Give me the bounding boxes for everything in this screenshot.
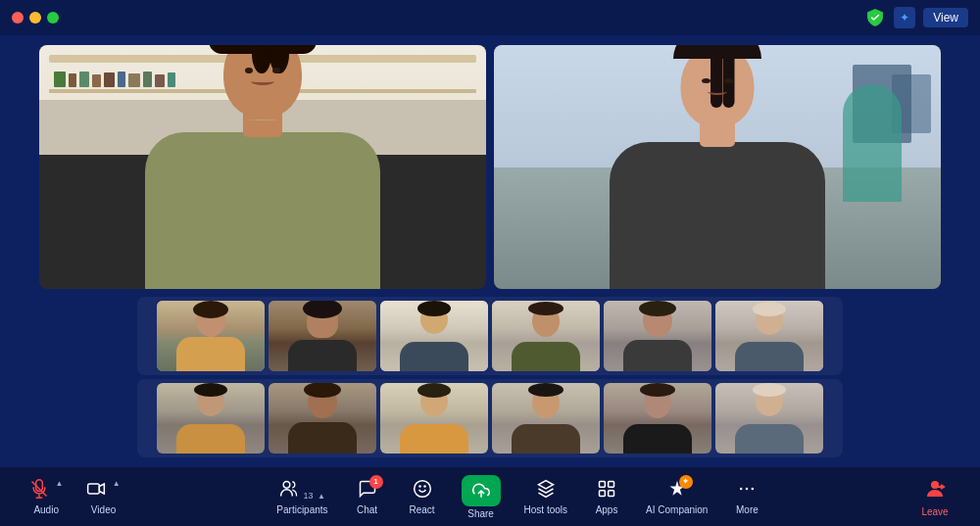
react-label: React <box>410 504 435 515</box>
participants-count: 13 <box>303 491 313 501</box>
apps-label: Apps <box>596 504 618 515</box>
participants-button[interactable]: 13 ▲ Participants <box>267 475 337 519</box>
host-tools-label: Host tools <box>524 504 567 515</box>
more-label: More <box>736 504 759 515</box>
video-label: Video <box>91 504 116 515</box>
apps-icon-wrapper <box>597 479 616 502</box>
toolbar-center: 13 ▲ Participants 1 Chat <box>130 471 909 523</box>
participant-thumb-6 <box>715 301 823 371</box>
participant-thumb-11 <box>604 383 711 454</box>
toolbar-right: Leave <box>909 473 960 521</box>
video-icon <box>86 479 106 499</box>
security-icon <box>864 7 886 28</box>
window-controls <box>12 12 59 24</box>
audio-button[interactable]: ▲ Audio <box>20 475 73 519</box>
audio-chevron: ▲ <box>55 479 63 488</box>
ai-companion-label: AI Companion <box>646 504 708 515</box>
main-video-participant-2 <box>494 45 941 289</box>
mute-icon <box>29 479 49 499</box>
leave-label: Leave <box>921 506 948 517</box>
react-icon <box>413 479 432 499</box>
svg-rect-3 <box>88 484 100 494</box>
share-label: Share <box>467 508 494 519</box>
svg-point-16 <box>752 487 755 490</box>
main-content <box>0 35 980 467</box>
participant-strip-container <box>137 297 843 457</box>
main-video-participant-1 <box>39 45 486 289</box>
more-icon-wrapper <box>737 479 757 502</box>
svg-point-14 <box>740 487 743 490</box>
svg-point-15 <box>746 487 749 490</box>
minimize-button[interactable] <box>29 12 41 24</box>
apps-icon <box>597 479 616 499</box>
react-button[interactable]: React <box>397 475 448 519</box>
share-icon-wrapper <box>462 475 501 506</box>
toolbar-left: ▲ Audio ▲ Video <box>20 475 130 519</box>
chat-badge: 1 <box>369 475 383 489</box>
host-tools-icon <box>536 479 556 499</box>
participant-strip-row-2 <box>137 379 843 457</box>
svg-marker-4 <box>100 484 105 494</box>
chat-button[interactable]: 1 Chat <box>342 475 393 519</box>
main-video-row <box>39 45 941 289</box>
svg-rect-11 <box>609 481 614 487</box>
ai-companion-icon-wrapper: ✦ <box>667 479 687 502</box>
participants-icon <box>279 479 299 499</box>
svg-rect-12 <box>600 490 606 496</box>
svg-rect-13 <box>609 490 614 496</box>
participant-thumb-7 <box>157 383 265 454</box>
share-button[interactable]: Share <box>452 471 511 523</box>
host-tools-button[interactable]: Host tools <box>514 475 577 519</box>
chat-icon-wrapper: 1 <box>358 479 377 502</box>
participant-thumb-2 <box>269 301 376 371</box>
maximize-button[interactable] <box>47 12 59 24</box>
participant-thumb-5 <box>604 301 711 371</box>
audio-label: Audio <box>33 504 59 515</box>
ai-companion-button[interactable]: ✦ AI Companion <box>636 475 717 519</box>
title-bar: ✦ View <box>0 0 980 35</box>
participant-thumb-1 <box>157 301 265 371</box>
audio-icon-wrapper: ▲ <box>29 479 63 502</box>
chat-label: Chat <box>357 504 377 515</box>
participant-thumb-4 <box>492 301 600 371</box>
participant-strip-row-1 <box>137 297 843 375</box>
toolbar: ▲ Audio ▲ Video <box>0 467 980 526</box>
title-bar-right: ✦ View <box>864 7 968 28</box>
react-icon-wrapper <box>413 479 432 502</box>
share-icon <box>472 482 490 500</box>
more-button[interactable]: More <box>721 475 772 519</box>
apps-button[interactable]: Apps <box>581 475 632 519</box>
svg-point-6 <box>414 480 430 497</box>
participant-thumb-3 <box>380 301 488 371</box>
participants-label: Participants <box>276 504 327 515</box>
leave-icon <box>923 477 947 501</box>
video-chevron: ▲ <box>113 479 121 488</box>
participant-thumb-12 <box>715 383 823 454</box>
participant-thumb-10 <box>492 383 600 454</box>
more-icon <box>737 479 757 499</box>
sparkle-icon[interactable]: ✦ <box>894 7 915 28</box>
host-tools-icon-wrapper <box>536 479 556 502</box>
svg-rect-10 <box>600 481 606 487</box>
video-button[interactable]: ▲ Video <box>76 475 129 519</box>
close-button[interactable] <box>12 12 24 24</box>
leave-button[interactable]: Leave <box>909 473 960 521</box>
video-icon-wrapper: ▲ <box>86 479 120 502</box>
participants-chevron: ▲ <box>318 492 325 501</box>
leave-icon-wrapper <box>923 477 947 504</box>
participant-thumb-9 <box>380 383 488 454</box>
view-button[interactable]: View <box>923 8 968 27</box>
ai-companion-badge: ✦ <box>679 475 693 489</box>
participants-icon-wrapper: 13 ▲ <box>279 479 325 502</box>
participant-thumb-8 <box>269 383 376 454</box>
svg-point-5 <box>283 481 290 488</box>
